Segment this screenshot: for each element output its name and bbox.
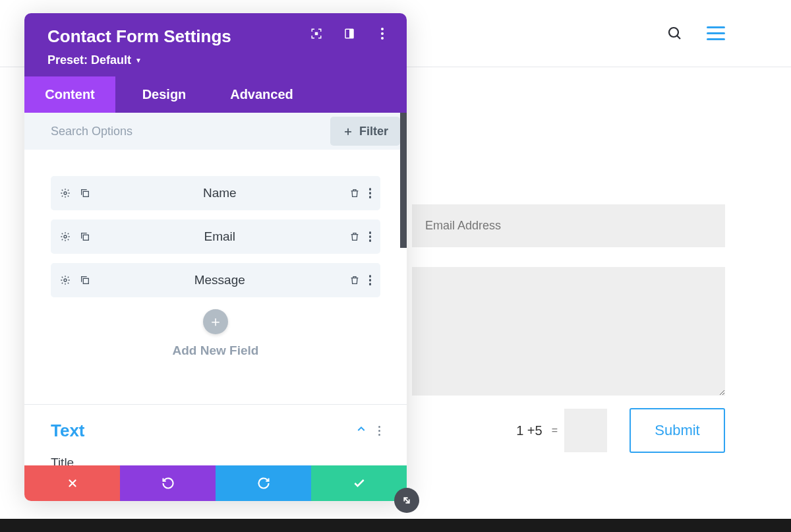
modal-header: Contact Form Settings Preset: Default ▼ [24,13,407,76]
hamburger-menu-icon[interactable] [707,26,725,40]
message-textarea[interactable] [412,267,725,396]
svg-line-11 [404,498,409,502]
field-label: Email [90,229,349,244]
modal-footer [24,465,407,501]
svg-line-1 [677,36,680,39]
plus-icon: ＋ [342,123,354,139]
duplicate-icon[interactable] [80,275,90,285]
trash-icon[interactable] [349,188,360,198]
field-label: Message [90,273,349,287]
captcha-row: 1 +5 = Submit [412,408,725,453]
duplicate-icon[interactable] [80,188,90,198]
svg-rect-8 [83,235,88,240]
field-item-message[interactable]: Message [51,263,380,297]
email-address-input[interactable] [412,204,725,247]
tab-advanced[interactable]: Advanced [213,76,310,113]
captcha-question: 1 +5 [516,423,542,438]
filter-button[interactable]: ＋ Filter [330,117,400,146]
captcha-answer-input[interactable] [564,409,607,452]
resize-handle-icon[interactable] [394,488,419,513]
svg-rect-10 [83,278,88,283]
item-more-icon[interactable] [369,188,372,198]
modal-tabs: Content Design Advanced [24,76,407,113]
scrollbar[interactable] [400,113,407,248]
responsive-view-icon[interactable] [343,28,355,40]
gear-icon[interactable] [60,275,71,285]
cancel-button[interactable] [24,465,120,501]
svg-point-9 [64,279,67,281]
item-more-icon[interactable] [369,231,372,242]
gear-icon[interactable] [60,188,71,198]
field-label: Name [90,186,349,200]
svg-rect-4 [349,29,353,38]
add-new-field-zone: ＋ Add New Field [51,309,380,358]
section-more-icon[interactable] [378,426,381,436]
submit-button[interactable]: Submit [630,408,725,453]
preset-label: Preset: Default [47,53,131,67]
field-item-name[interactable]: Name [51,176,380,210]
chevron-up-icon[interactable] [356,424,366,438]
text-section-heading[interactable]: Text [51,421,356,441]
captcha-equals: = [552,425,558,436]
trash-icon[interactable] [349,231,360,242]
focus-mode-icon[interactable] [310,28,322,40]
search-icon[interactable] [667,26,683,42]
add-field-button[interactable]: ＋ [203,309,228,334]
title-label: Title [51,456,380,465]
svg-point-7 [64,235,67,238]
field-item-email[interactable]: Email [51,220,380,254]
tab-design[interactable]: Design [115,76,213,113]
add-field-label: Add New Field [51,343,380,358]
caret-down-icon: ▼ [135,57,142,64]
svg-point-5 [64,192,67,194]
tab-content[interactable]: Content [24,76,115,113]
form-preview: 1 +5 = Submit [412,204,725,453]
settings-modal: Contact Form Settings Preset: Default ▼ … [24,13,407,501]
search-options-input[interactable] [24,115,330,148]
fields-list: Name Email [24,150,407,380]
svg-rect-6 [83,191,88,196]
undo-button[interactable] [120,465,216,501]
text-section: Text Title [24,405,407,465]
duplicate-icon[interactable] [80,231,90,242]
modal-body: ＋ Filter Name Em [24,113,407,465]
preset-dropdown[interactable]: Preset: Default ▼ [47,53,142,67]
gear-icon[interactable] [60,231,71,242]
save-button[interactable] [311,465,407,501]
trash-icon[interactable] [349,275,360,285]
more-options-icon[interactable] [376,28,388,40]
search-row: ＋ Filter [24,113,407,150]
item-more-icon[interactable] [369,275,372,285]
filter-label: Filter [359,125,388,138]
svg-point-0 [669,28,678,37]
svg-rect-2 [316,33,318,35]
redo-button[interactable] [216,465,311,501]
bottom-bar [0,519,791,532]
